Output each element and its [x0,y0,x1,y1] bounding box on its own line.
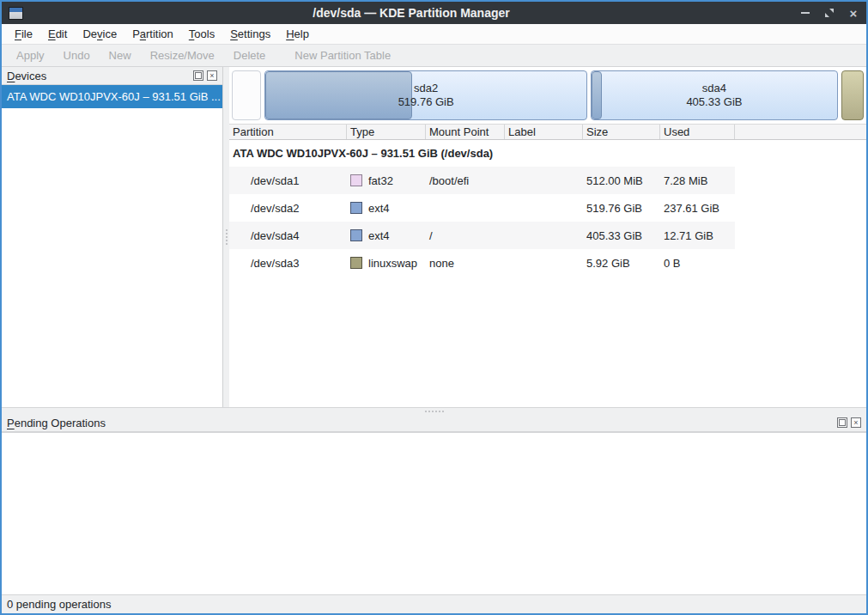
maximize-button[interactable] [823,7,835,19]
column-header-size[interactable]: Size [583,125,660,139]
table-row[interactable]: /dev/sda1fat32/boot/efi512.00 MiB7.28 Mi… [229,167,735,194]
toolbar-undo-button[interactable]: Undo [54,47,100,64]
pending-operations-list [2,432,866,594]
cell-used: 0 B [660,257,735,270]
cell-size: 512.00 MiB [583,174,660,187]
pending-close-icon[interactable]: × [851,417,861,428]
column-header-partition[interactable]: Partition [229,125,347,139]
content-panel: sda2519.76 GiBsda4405.33 GiB PartitionTy… [229,67,866,407]
statusbar-text: 0 pending operations [7,598,111,611]
menu-settings[interactable]: Settings [222,26,278,42]
cell-type: fat32 [368,174,393,187]
devices-panel-header: Devices × [2,67,222,85]
device-group-header[interactable]: ATA WDC WD10JPVX-60J – 931.51 GiB (/dev/… [229,140,866,167]
table-row[interactable]: /dev/sda3linuxswapnone5.92 GiB0 B [229,249,735,277]
main-area: Devices × ATA WDC WD10JPVX-60J – 931.51 … [2,67,866,407]
cell-used: 237.61 GiB [660,202,735,215]
table-body: /dev/sda1fat32/boot/efi512.00 MiB7.28 Mi… [229,167,866,277]
devices-close-icon[interactable]: × [207,70,217,81]
segment-size: 405.33 GiB [686,95,742,109]
pending-float-icon[interactable] [837,417,847,428]
cell-partition: /dev/sda3 [229,257,347,270]
segment-name: sda2 [414,82,438,95]
cell-used: 12.71 GiB [660,229,735,242]
toolbar-resize-move-button[interactable]: Resize/Move [141,47,224,64]
column-header-filler [735,125,866,139]
toolbar-new-partition-table-button[interactable]: New Partition Table [285,47,400,64]
table-header: PartitionTypeMount PointLabelSizeUsed [229,124,866,140]
cell-mount-point: / [426,229,505,242]
cell-size: 405.33 GiB [583,229,660,242]
cell-size: 5.92 GiB [583,257,660,270]
devices-panel: Devices × ATA WDC WD10JPVX-60J – 931.51 … [2,67,223,407]
device-list-item[interactable]: ATA WDC WD10JPVX-60J – 931.51 GiB ... [2,85,222,108]
menu-help[interactable]: Help [278,26,317,42]
titlebar: /dev/sda — KDE Partition Manager × [2,2,866,24]
menu-file[interactable]: File [7,26,40,42]
menu-partition[interactable]: Partition [124,26,181,42]
column-header-label[interactable]: Label [505,125,583,139]
horizontal-splitter[interactable] [2,407,866,414]
used-space-fill [592,71,602,119]
segment-name: sda4 [702,82,726,95]
menu-device[interactable]: Device [75,26,124,42]
cell-partition: /dev/sda1 [229,174,347,187]
close-button[interactable]: × [847,7,859,19]
filesystem-color-swatch [350,257,362,269]
cell-mount-point: /boot/efi [426,174,505,187]
partition-table: PartitionTypeMount PointLabelSizeUsed AT… [229,124,866,407]
minimize-icon [801,12,810,14]
pending-operations-title: Pending Operations [7,417,837,429]
menubar: FileEditDevicePartitionToolsSettingsHelp [2,24,866,45]
table-row[interactable]: /dev/sda2ext4519.76 GiB237.61 GiB [229,194,735,222]
filesystem-color-swatch [350,229,362,241]
cell-partition: /dev/sda2 [229,202,347,215]
segment-size: 519.76 GiB [398,95,454,109]
cell-partition: /dev/sda4 [229,229,347,242]
app-icon [9,7,23,20]
table-row[interactable]: /dev/sda4ext4/405.33 GiB12.71 GiB [229,222,735,249]
pending-operations-panel: Pending Operations × [2,414,866,594]
cell-used: 7.28 MiB [660,174,735,187]
devices-panel-title: Devices [7,70,193,82]
partition-segment-sda4[interactable]: sda4405.33 GiB [591,70,838,120]
partition-segment-sda2[interactable]: sda2519.76 GiB [264,70,587,120]
cell-mount-point: none [426,257,505,270]
cell-type: ext4 [368,202,390,215]
column-header-mount-point[interactable]: Mount Point [426,125,505,139]
column-header-type[interactable]: Type [347,125,426,139]
statusbar: 0 pending operations [2,594,866,613]
pending-operations-header: Pending Operations × [2,414,866,432]
cell-type: linuxswap [368,257,417,270]
window-controls: × [799,7,859,19]
window-title: /dev/sda — KDE Partition Manager [23,6,799,20]
minimize-button[interactable] [799,7,811,19]
toolbar-apply-button[interactable]: Apply [7,47,54,64]
device-list: ATA WDC WD10JPVX-60J – 931.51 GiB ... [2,85,222,407]
menu-edit[interactable]: Edit [40,26,75,42]
column-header-used[interactable]: Used [660,125,735,139]
app-window: /dev/sda — KDE Partition Manager × FileE… [0,0,868,615]
partition-bar: sda2519.76 GiBsda4405.33 GiB [229,67,866,124]
maximize-icon [824,8,835,18]
used-space-fill [265,71,412,119]
vertical-splitter[interactable] [223,67,229,407]
cell-size: 519.76 GiB [583,202,660,215]
toolbar: ApplyUndoNewResize/MoveDeleteNew Partiti… [2,45,866,67]
filesystem-color-swatch [350,174,362,186]
devices-float-icon[interactable] [193,70,203,81]
partition-segment-linuxswap[interactable] [841,70,864,120]
toolbar-delete-button[interactable]: Delete [224,47,276,64]
filesystem-color-swatch [350,202,362,214]
partition-segment-fat32[interactable] [232,70,261,120]
menu-tools[interactable]: Tools [181,26,222,42]
toolbar-new-button[interactable]: New [100,47,141,64]
cell-type: ext4 [368,229,390,242]
